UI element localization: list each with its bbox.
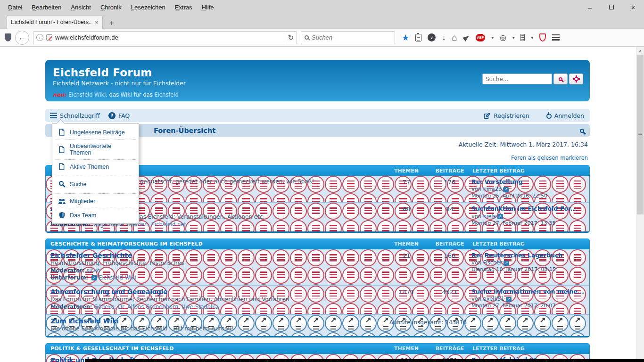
window-controls: – × <box>579 0 644 14</box>
category-title: GESCHICHTE & HEIMATFORSCHUNG IM EICHSFEL… <box>46 241 385 247</box>
extension-dropdown-icon-2[interactable]: ▾ <box>531 35 533 40</box>
advanced-search-button[interactable] <box>569 74 583 84</box>
posts-count: 176 <box>428 176 471 202</box>
downloads-icon[interactable]: ↓ <box>442 33 446 42</box>
external-link-icon[interactable]: ↗ <box>506 297 512 302</box>
topics-count: 77 <box>385 176 428 202</box>
mark-read-link[interactable]: Foren als gelesen markieren <box>511 155 588 161</box>
last-post-user[interactable]: Fischer <box>483 259 502 266</box>
menu-item-unread-posts[interactable]: Ungelesene Beiträge <box>52 125 139 139</box>
reload-icon[interactable]: ↻ <box>284 33 294 42</box>
last-post-user[interactable]: niels <box>483 213 496 220</box>
scroll-up-button[interactable]: ∧ <box>636 47 644 55</box>
forum-row-title[interactable]: Ahnenforschung und Genealogie <box>50 288 381 296</box>
screenshot-extension-icon[interactable]: ◎ <box>500 33 506 42</box>
menu-item-label: Ungelesene Beiträge <box>70 129 125 136</box>
url-input[interactable] <box>55 34 281 41</box>
page-viewport: Eichsfeld Forum Eichsfeld Netzwerk - nic… <box>0 47 636 362</box>
wiki-link[interactable]: Eichsfeld Wiki <box>68 91 106 98</box>
moderator-links[interactable]: Gödeke, Dr. Alfons Grunenberg, Uwe Stado… <box>94 304 218 310</box>
menu-datei[interactable]: Datei <box>4 2 26 13</box>
extension-dropdown-icon[interactable]: ▾ <box>512 35 515 40</box>
menu-lesezeichen[interactable]: Lesezeichen <box>127 2 170 13</box>
forum-row[interactable]: Ahnenforschung und Genealogie Das Forum … <box>46 285 589 314</box>
forum-search-button[interactable] <box>553 74 568 84</box>
extension-icon[interactable] <box>520 34 525 41</box>
back-button[interactable]: ← <box>15 31 29 45</box>
login-label: Anmelden <box>554 112 584 119</box>
external-link-icon: ↗ <box>91 275 97 280</box>
col-beitraege: BEITRÄGE <box>428 168 471 174</box>
adguard-shield-icon[interactable] <box>539 33 546 41</box>
topics-count: 1471 <box>385 286 428 314</box>
subforum-link[interactable]: Eichsfeld Wiki <box>99 274 136 281</box>
pocket-icon[interactable]: ∨ <box>428 33 436 41</box>
external-link-icon[interactable]: ↗ <box>497 214 503 219</box>
register-icon <box>484 112 491 119</box>
maximize-icon <box>609 5 614 9</box>
menu-item-team[interactable]: Das Team <box>52 208 139 222</box>
menu-item-label: Das Team <box>70 212 96 219</box>
insecure-lock-icon[interactable] <box>46 34 52 41</box>
last-post-title[interactable]: Suchfunktion im Eichsfeld-For... <box>471 205 586 213</box>
forum-announcement: neu:Eichsfeld Wiki, das Wiki für das Eic… <box>53 91 179 98</box>
forum-navbar: Schnellzugriff ? FAQ Registrieren Anmeld… <box>45 109 590 122</box>
tracking-shield-icon[interactable] <box>5 33 11 41</box>
new-tab-button[interactable]: + <box>105 17 119 29</box>
register-link[interactable]: Registrieren <box>484 112 529 119</box>
menu-item-unanswered-topics[interactable]: Unbeantwortete Themen <box>52 140 139 159</box>
close-window-button[interactable]: × <box>622 0 644 14</box>
external-link-icon[interactable]: ↗ <box>504 261 509 266</box>
forum-row-title[interactable]: Zum Eichsfeld Wiki <box>50 317 381 326</box>
page-search-icon[interactable] <box>580 126 584 135</box>
breadcrumb[interactable]: Foren-Übersicht <box>154 127 215 134</box>
bookmark-star-icon[interactable]: ★ <box>402 33 409 43</box>
menu-ansicht[interactable]: Ansicht <box>66 2 95 13</box>
search-icon <box>58 181 66 188</box>
browser-search-box[interactable] <box>301 31 395 44</box>
browser-tab[interactable]: Eichsfeld Forum - Foren-Übers... × <box>7 15 103 29</box>
menu-item-active-topics[interactable]: Aktive Themen <box>52 160 139 173</box>
vertical-scrollbar[interactable]: ∧ <box>636 47 644 362</box>
last-post-user[interactable]: axelk51 <box>483 296 504 302</box>
eichsfeld-link[interactable]: Eichsfeld <box>154 91 179 98</box>
send-tab-icon[interactable] <box>462 34 470 41</box>
menu-bearbeiten[interactable]: Bearbeiten <box>27 2 66 13</box>
browser-search-input[interactable] <box>312 34 368 41</box>
quick-links-button[interactable]: Schnellzugriff <box>50 112 100 119</box>
last-post-title[interactable]: Suche Informationen von meine... <box>471 288 586 296</box>
moderator-links[interactable]: silvio <box>86 267 100 274</box>
site-info-icon[interactable]: i <box>36 34 43 41</box>
scrollbar-thumb[interactable] <box>637 55 644 214</box>
login-link[interactable]: Anmelden <box>546 112 584 119</box>
category-title: POLITIK & GESELLSCHAFT IM EICHSFELD <box>46 346 385 352</box>
forum-row-title[interactable]: Eichsfelder Geschichte <box>50 252 381 260</box>
faq-link[interactable]: ? FAQ <box>108 112 130 119</box>
menu-chronik[interactable]: Chronik <box>96 2 126 13</box>
question-icon: ? <box>108 112 116 119</box>
forum-search-input[interactable] <box>482 74 552 84</box>
menu-item-members[interactable]: Mitglieder <box>52 198 139 208</box>
adblock-plus-icon[interactable]: ABP <box>476 34 486 41</box>
last-post-user[interactable]: nina23 <box>483 186 502 192</box>
url-bar[interactable]: i ↻ <box>33 31 297 44</box>
adblock-dropdown-icon[interactable]: ▾ <box>491 35 494 40</box>
last-post-title[interactable]: Re: Reutersches Lagerbuch <box>471 252 586 259</box>
menu-extras[interactable]: Extras <box>171 2 197 13</box>
neu-text: , das Wiki für das <box>106 91 154 98</box>
minimize-button[interactable]: – <box>579 0 601 14</box>
last-post-title[interactable]: Re: Vorstellung <box>471 178 586 186</box>
forum-row[interactable]: Eichsfelder Geschichte Heimatforschung; … <box>46 249 589 285</box>
menu-item-label: Unbeantwortete Themen <box>70 143 133 156</box>
tab-close-icon[interactable]: × <box>95 19 99 26</box>
col-themen: THEMEN <box>385 168 428 174</box>
menu-item-search[interactable]: Suche <box>52 181 139 191</box>
firefox-menu-icon[interactable] <box>552 34 560 41</box>
menu-hilfe[interactable]: Hilfe <box>198 2 218 13</box>
maximize-button[interactable] <box>601 0 622 14</box>
home-icon[interactable]: ⌂ <box>452 33 457 43</box>
reading-list-icon[interactable] <box>415 34 421 41</box>
forum-link-row[interactable]: ↗↗↗↗↗↗↗↗↗↗↗↗↗↗↗↗↗↗↗↗↗↗↗↗↗↗↗↗↗↗↗↗↗↗↗↗↗↗↗↗… <box>46 314 589 336</box>
external-link-icon[interactable]: ↗ <box>503 187 509 192</box>
document-icon <box>58 163 66 170</box>
